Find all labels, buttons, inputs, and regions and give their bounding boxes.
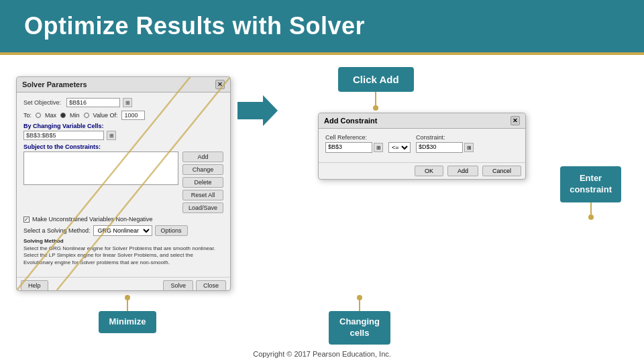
- unconstrained-checkbox[interactable]: ✓: [23, 217, 30, 223]
- min-label: Min: [70, 112, 80, 119]
- ok-button[interactable]: OK: [415, 166, 443, 176]
- minimize-label: Minimize: [99, 311, 157, 333]
- enter-constraint-callout: Enterconstraint: [560, 166, 621, 220]
- main-content: Solver Parameters ✕ Set Objective: $B$16…: [0, 55, 644, 362]
- click-add-dot: [373, 105, 378, 111]
- footer-right-buttons: Solve Close: [163, 280, 226, 291]
- cell-ref-label: Cell Reference:: [325, 134, 383, 141]
- objective-picker[interactable]: ⊞: [123, 98, 132, 107]
- solver-dialog-title: Solver Parameters: [22, 80, 87, 88]
- objective-label: Set Objective:: [23, 99, 64, 106]
- right-arrow-icon: [237, 94, 278, 127]
- to-row: To: Max Min Value Of: 1000: [23, 111, 223, 120]
- method-select[interactable]: GRG Nonlinear: [93, 225, 152, 236]
- cell-ref-input[interactable]: $B$3: [325, 142, 372, 153]
- value-of-label: Value Of:: [93, 112, 118, 119]
- page-title: Optimize Results with Solver: [24, 12, 365, 40]
- enter-constraint-dot: [588, 215, 594, 220]
- minimize-callout-container: Minimize: [20, 295, 235, 345]
- solver-close-button[interactable]: ✕: [215, 80, 225, 89]
- unconstrained-checkbox-row: ✓ Make Unconstrained Variables Non-Negat…: [23, 216, 223, 223]
- constraints-label: Subject to the Constraints:: [23, 143, 223, 150]
- enter-constraint-line: [590, 202, 592, 215]
- operator-col: <=: [388, 134, 411, 153]
- changing-cells-label: By Changing Variable Cells:: [23, 123, 223, 129]
- operator-select[interactable]: <=: [388, 142, 411, 153]
- constraint-buttons: Add Change Delete Reset All Load/Save: [182, 152, 223, 213]
- minimize-line: [127, 300, 128, 311]
- click-add-label: Click Add: [338, 67, 414, 92]
- solving-method-desc: Select the GRG Nonlinear engine for Solv…: [23, 245, 223, 266]
- solve-button[interactable]: Solve: [163, 280, 193, 291]
- changing-cells-line: [359, 300, 360, 311]
- max-label: Max: [45, 112, 56, 119]
- constraint-dialog-footer: OK Add Cancel: [319, 162, 525, 179]
- max-radio[interactable]: [36, 113, 41, 118]
- add-constraint-button[interactable]: Add: [182, 152, 223, 162]
- constraint-value-input[interactable]: $D$30: [416, 142, 463, 153]
- constraint-dialog-titlebar: Add Constraint ✕: [319, 113, 525, 129]
- objective-input[interactable]: $B$16: [66, 98, 120, 107]
- solver-dialog-body: Set Objective: $B$16 ⊞ To: Max Min Value…: [17, 93, 230, 274]
- changing-cells-callout: Changingcells: [329, 295, 390, 345]
- constraint-value-label: Constraint:: [416, 134, 474, 141]
- select-method-label: Select a Solving Method:: [23, 227, 91, 234]
- solving-method-title: Solving Method: [23, 238, 223, 244]
- minimize-dot: [125, 295, 130, 300]
- constraint-value-picker[interactable]: ⊞: [464, 143, 474, 152]
- changing-cells-picker[interactable]: ⊞: [107, 131, 116, 140]
- cell-ref-picker[interactable]: ⊞: [374, 143, 383, 152]
- constraint-close-button[interactable]: ✕: [511, 116, 520, 125]
- help-button[interactable]: Help: [21, 280, 48, 291]
- solver-dialog-footer: Help Solve Close: [17, 277, 230, 294]
- constraint-value-col: Constraint: $D$30 ⊞: [416, 134, 474, 153]
- constraint-dialog-title: Add Constraint: [324, 117, 377, 125]
- delete-constraint-button[interactable]: Delete: [182, 177, 223, 188]
- solving-method-row: Select a Solving Method: GRG Nonlinear O…: [23, 225, 223, 236]
- constraints-box: [23, 152, 178, 185]
- changing-cells-label: Changingcells: [329, 311, 390, 345]
- value-of-input[interactable]: 1000: [121, 111, 145, 120]
- value-of-radio[interactable]: [84, 113, 89, 118]
- load-save-button[interactable]: Load/Save: [182, 202, 223, 213]
- svg-marker-2: [237, 95, 278, 126]
- copyright: Copyright © 2017 Pearson Education, Inc.: [0, 350, 644, 358]
- to-label: To:: [23, 112, 32, 119]
- add-button[interactable]: Add: [447, 166, 478, 176]
- enter-constraint-label: Enterconstraint: [560, 166, 621, 202]
- constraint-dialog-body: Cell Reference: $B$3 ⊞ <= Constraint: [319, 129, 525, 162]
- arrow-spacer: [255, 295, 295, 345]
- click-add-callout: Click Add: [338, 67, 414, 111]
- close-button[interactable]: Close: [196, 280, 226, 291]
- cell-ref-col: Cell Reference: $B$3 ⊞: [325, 134, 383, 153]
- options-button[interactable]: Options: [155, 225, 188, 236]
- unconstrained-label: Make Unconstrained Variables Non-Negativ…: [32, 216, 152, 223]
- changing-cells-callout-container: Changingcells: [315, 295, 624, 345]
- minimize-callout: Minimize: [99, 295, 157, 345]
- change-constraint-button[interactable]: Change: [182, 164, 223, 175]
- changing-cells-input[interactable]: $B$3:$B$5: [23, 131, 104, 140]
- solver-dialog-titlebar: Solver Parameters ✕: [17, 77, 230, 93]
- min-radio[interactable]: [60, 113, 66, 118]
- bottom-labels: Minimize Changingcells: [0, 295, 644, 345]
- solver-dialog: Solver Parameters ✕ Set Objective: $B$16…: [16, 76, 231, 291]
- header: Optimize Results with Solver: [0, 0, 644, 55]
- changing-cells-dot: [357, 295, 362, 300]
- click-add-line: [375, 92, 376, 105]
- reset-all-button[interactable]: Reset All: [182, 190, 223, 200]
- cancel-button[interactable]: Cancel: [482, 166, 521, 176]
- constraint-dialog: Add Constraint ✕ Cell Reference: $B$3 ⊞: [318, 113, 526, 180]
